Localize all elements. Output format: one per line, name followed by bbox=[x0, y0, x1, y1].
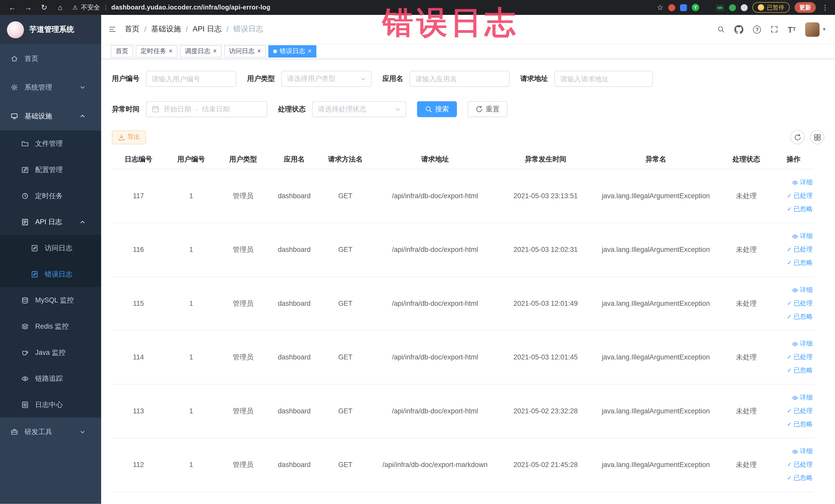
sidebar-item-redis-monitor[interactable]: Redis 监控 bbox=[0, 313, 101, 339]
check-icon: ✓ bbox=[787, 189, 792, 202]
reset-button[interactable]: 重置 bbox=[467, 101, 507, 117]
cell-actions: 详细 ✓ 已处理 ✓ 已忽略 bbox=[773, 277, 814, 330]
export-button[interactable]: 导出 bbox=[112, 130, 146, 144]
tab-error-log[interactable]: 错误日志 × bbox=[268, 45, 317, 57]
request-url-input[interactable] bbox=[554, 71, 653, 87]
app-logo[interactable]: 芋道管理系统 bbox=[0, 15, 101, 44]
tab-schedule-log[interactable]: 调度日志 × bbox=[180, 45, 222, 57]
sidebar-item-access-log[interactable]: 访问日志 bbox=[0, 235, 101, 261]
sidebar-item-dev-tools[interactable]: 研发工具 bbox=[0, 418, 101, 446]
cell-log-id: 114 bbox=[112, 330, 165, 384]
extension-paw-icon[interactable] bbox=[741, 4, 748, 11]
forward-icon[interactable]: → bbox=[21, 3, 35, 12]
sidebar-item-mysql-monitor[interactable]: MySQL 监控 bbox=[0, 287, 101, 313]
cell-actions: 详细 ✓ 已处理 ✓ 已忽略 bbox=[773, 223, 814, 277]
detail-link[interactable]: 详细 bbox=[773, 391, 813, 404]
detail-link[interactable]: 详细 bbox=[773, 337, 813, 350]
refresh-table-button[interactable] bbox=[790, 130, 805, 144]
check-icon: ✓ bbox=[787, 243, 792, 256]
sidebar-item-file-management[interactable]: 文件管理 bbox=[0, 130, 101, 157]
extension-on-icon[interactable]: on bbox=[716, 4, 724, 11]
sidebar-item-api-log[interactable]: API 日志 bbox=[0, 209, 101, 235]
extension-yudao-icon[interactable]: Y bbox=[692, 4, 699, 11]
ignored-link[interactable]: ✓ 已忽略 bbox=[773, 471, 813, 485]
ignored-link[interactable]: ✓ 已忽略 bbox=[773, 418, 813, 431]
ignored-link[interactable]: ✓ 已忽略 bbox=[773, 256, 813, 269]
cell-app-name: dashboard bbox=[269, 384, 320, 438]
table-header-row: 日志编号 用户编号 用户类型 应用名 请求方法名 请求地址 异常发生时间 异常名… bbox=[112, 150, 814, 169]
tab-cron-job[interactable]: 定时任务 × bbox=[136, 45, 177, 57]
processed-link[interactable]: ✓ 已处理 bbox=[773, 243, 813, 256]
table-toolbar: 导出 bbox=[112, 130, 824, 144]
browser-home-icon[interactable]: ⌂ bbox=[53, 3, 67, 12]
user-id-input[interactable] bbox=[146, 71, 237, 87]
close-icon[interactable]: × bbox=[257, 48, 261, 55]
ignored-link[interactable]: ✓ 已忽略 bbox=[773, 310, 813, 323]
breadcrumb-home[interactable]: 首页 bbox=[124, 24, 139, 34]
close-icon[interactable]: × bbox=[308, 48, 312, 55]
extension-leaf-icon[interactable] bbox=[729, 4, 736, 11]
fullscreen-icon[interactable] bbox=[771, 26, 778, 33]
address-bar[interactable]: ⚠ 不安全 | dashboard.yudao.iocoder.cn/infra… bbox=[73, 3, 655, 12]
processed-link[interactable]: ✓ 已处理 bbox=[773, 404, 813, 418]
processed-link[interactable]: ✓ 已处理 bbox=[773, 458, 813, 471]
sidebar-item-system[interactable]: 系统管理 bbox=[0, 73, 101, 102]
reload-icon[interactable]: ↻ bbox=[37, 3, 51, 12]
caret-down-icon: ▾ bbox=[823, 27, 825, 32]
back-icon[interactable]: ← bbox=[5, 3, 19, 12]
tab-access-log[interactable]: 访问日志 × bbox=[224, 45, 266, 57]
date-end-placeholder: 结束日期 bbox=[202, 104, 230, 114]
column-settings-button[interactable] bbox=[810, 130, 824, 144]
help-icon[interactable]: ? bbox=[753, 25, 761, 33]
cell-actions: 详细 ✓ 已处理 ✓ 已忽略 bbox=[773, 384, 814, 438]
sidebar-item-error-log[interactable]: 错误日志 bbox=[0, 261, 101, 287]
eye-icon bbox=[21, 375, 29, 382]
view-icon bbox=[792, 287, 798, 293]
sidebar-item-trace[interactable]: 链路追踪 bbox=[0, 365, 101, 391]
detail-link[interactable]: 详细 bbox=[773, 283, 813, 297]
detail-link[interactable]: 详细 bbox=[773, 445, 813, 458]
search-icon[interactable] bbox=[717, 26, 725, 33]
cell-log-id: 115 bbox=[112, 277, 165, 330]
detail-link[interactable]: 详细 bbox=[773, 176, 813, 189]
paused-badge[interactable]: 已暂停 bbox=[752, 2, 790, 13]
processed-link[interactable]: ✓ 已处理 bbox=[773, 297, 813, 310]
ignored-link[interactable]: ✓ 已忽略 bbox=[773, 364, 813, 377]
extension-red-icon[interactable] bbox=[668, 4, 675, 11]
processed-link[interactable]: ✓ 已处理 bbox=[773, 189, 813, 202]
user-type-select[interactable]: 请选择用户类型 bbox=[281, 71, 372, 87]
font-size-icon[interactable]: TT bbox=[788, 25, 796, 33]
tab-home[interactable]: 首页 bbox=[111, 45, 133, 57]
github-icon[interactable] bbox=[734, 25, 744, 34]
processed-link[interactable]: ✓ 已处理 bbox=[773, 350, 813, 364]
sidebar-item-config-management[interactable]: 配置管理 bbox=[0, 157, 101, 183]
sidebar-item-java-monitor[interactable]: Java 监控 bbox=[0, 339, 101, 366]
sidebar-toggle-icon[interactable] bbox=[108, 26, 116, 33]
filter-user-type: 用户类型 请选择用户类型 bbox=[247, 71, 372, 87]
bookmark-star-icon[interactable]: ☆ bbox=[657, 3, 664, 12]
sidebar-item-cron-job[interactable]: 定时任务 bbox=[0, 183, 101, 209]
list-document-icon bbox=[21, 401, 29, 408]
sidebar-item-infrastructure[interactable]: 基础设施 bbox=[0, 102, 101, 130]
browser-menu-icon[interactable]: ⋮ bbox=[821, 3, 830, 11]
close-icon[interactable]: × bbox=[169, 48, 173, 55]
ignored-link[interactable]: ✓ 已忽略 bbox=[773, 202, 813, 216]
app-name-input[interactable] bbox=[409, 71, 510, 87]
search-icon bbox=[425, 105, 432, 113]
extension-grid-icon[interactable] bbox=[704, 4, 711, 11]
sidebar-item-log-center[interactable]: 日志中心 bbox=[0, 391, 101, 418]
breadcrumb-infrastructure[interactable]: 基础设施 bbox=[151, 24, 181, 34]
user-menu[interactable]: ▾ bbox=[806, 22, 826, 37]
sidebar-item-home[interactable]: 首页 bbox=[0, 44, 101, 73]
column-method: 请求方法名 bbox=[320, 150, 371, 169]
extension-blue-icon[interactable] bbox=[680, 4, 687, 11]
breadcrumb-api-log[interactable]: API 日志 bbox=[193, 24, 222, 34]
close-icon[interactable]: × bbox=[213, 48, 217, 55]
table-row: 112 1 管理员 dashboard GET /api/infra/db-do… bbox=[112, 438, 814, 492]
detail-link[interactable]: 详细 bbox=[773, 229, 813, 243]
date-range-picker[interactable]: 开始日期 - 结束日期 bbox=[146, 101, 267, 117]
search-button[interactable]: 搜索 bbox=[417, 101, 457, 117]
cell-user-id: 1 bbox=[165, 223, 217, 277]
process-status-select[interactable]: 请选择处理状态 bbox=[312, 101, 406, 117]
update-button[interactable]: 更新 bbox=[794, 2, 816, 13]
